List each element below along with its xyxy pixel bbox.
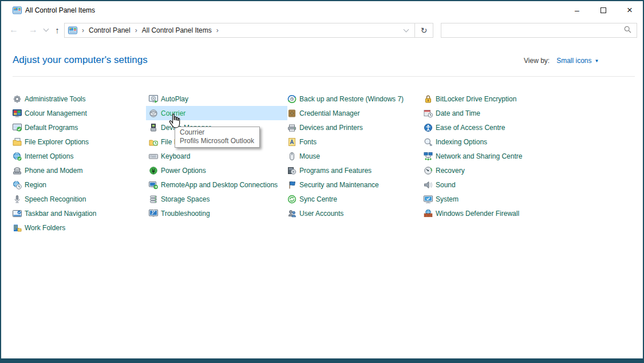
phone-and-modem-icon xyxy=(13,166,22,175)
control-panel-item[interactable]: Date and Time xyxy=(421,106,613,120)
items-column: Back up and Restore (Windows 7)Credentia… xyxy=(287,92,424,220)
control-panel-item-label: BitLocker Drive Encryption xyxy=(436,95,516,103)
tooltip-title: Courrier xyxy=(180,128,254,137)
address-dropdown-button[interactable] xyxy=(397,23,414,37)
control-panel-item[interactable]: User Accounts xyxy=(285,206,424,220)
control-panel-item-label: Sync Centre xyxy=(299,195,337,203)
control-panel-item[interactable]: Speech Recognition xyxy=(10,192,149,206)
control-panel-item-label: Phone and Modem xyxy=(25,167,82,175)
control-panel-item-label: Date and Time xyxy=(436,109,480,117)
breadcrumb-separator-icon: › xyxy=(135,26,137,34)
file-history-icon xyxy=(149,137,158,147)
address-bar[interactable]: › Control Panel › All Control Panel Item… xyxy=(64,23,433,38)
windows-defender-firewall-icon xyxy=(424,209,433,218)
control-panel-item-label: Windows Defender Firewall xyxy=(436,210,519,218)
control-panel-item[interactable]: File Explorer Options xyxy=(10,135,149,149)
control-panel-item[interactable]: Windows Defender Firewall xyxy=(421,206,613,220)
control-panel-item[interactable]: Sound xyxy=(421,177,613,192)
control-panel-item[interactable]: Back up and Restore (Windows 7) xyxy=(285,92,424,106)
control-panel-item[interactable]: AutoPlay xyxy=(146,92,287,106)
back-button[interactable]: ← xyxy=(6,19,22,40)
bitlocker-drive-encryption-icon xyxy=(424,94,433,104)
control-panel-items-grid: Administrative ToolsColour ManagementDef… xyxy=(13,92,613,235)
control-panel-item[interactable]: Storage Spaces xyxy=(146,192,287,206)
system-icon xyxy=(424,195,433,204)
control-panel-item[interactable]: Courrier xyxy=(146,106,287,120)
breadcrumb-separator-icon: › xyxy=(216,26,219,34)
refresh-button[interactable]: ↻ xyxy=(414,23,433,37)
control-panel-item[interactable]: System xyxy=(421,192,613,206)
control-panel-item[interactable]: Recovery xyxy=(421,163,613,177)
control-panel-icon xyxy=(13,6,22,15)
control-panel-item[interactable]: Phone and Modem xyxy=(10,163,149,177)
control-panel-item[interactable]: Sync Centre xyxy=(285,192,424,206)
taskbar-and-navigation-icon xyxy=(13,209,22,218)
control-panel-item-label: User Accounts xyxy=(299,210,343,218)
control-panel-item[interactable]: Programs and Features xyxy=(285,163,424,177)
minimize-button[interactable]: – xyxy=(564,1,590,19)
work-folders-icon xyxy=(13,223,22,232)
control-panel-item[interactable]: Mouse xyxy=(285,149,424,163)
maximize-button[interactable] xyxy=(590,1,617,19)
control-panel-item[interactable]: Work Folders xyxy=(10,220,149,235)
control-panel-item[interactable]: Region xyxy=(10,177,149,192)
breadcrumb-all-control-panel-items[interactable]: All Control Panel Items xyxy=(142,26,212,34)
control-panel-item-label: AutoPlay xyxy=(161,95,188,103)
control-panel-item-label: Colour Management xyxy=(25,109,87,117)
control-panel-item[interactable]: BitLocker Drive Encryption xyxy=(421,92,613,106)
control-panel-item[interactable]: Default Programs xyxy=(10,120,149,135)
troubleshooting-icon xyxy=(149,209,158,218)
control-panel-item[interactable]: Devices and Printers xyxy=(285,120,424,135)
control-panel-item[interactable]: Keyboard xyxy=(146,149,287,163)
chevron-down-icon xyxy=(43,26,49,31)
ease-of-access-centre-icon xyxy=(424,123,433,132)
colour-management-icon xyxy=(13,109,22,118)
heading-divider xyxy=(13,76,635,77)
control-panel-item[interactable]: Credential Manager xyxy=(285,106,424,120)
control-panel-item-label: Fonts xyxy=(299,138,317,146)
recent-locations-button[interactable] xyxy=(41,19,50,40)
control-panel-item[interactable]: Troubleshooting xyxy=(146,206,287,220)
control-panel-item[interactable]: Indexing Options xyxy=(421,135,613,149)
view-by-value[interactable]: Small icons xyxy=(556,57,591,65)
close-button[interactable]: × xyxy=(617,1,643,19)
maximize-icon xyxy=(600,7,606,13)
date-and-time-icon xyxy=(424,109,433,118)
fonts-icon xyxy=(287,137,297,147)
control-panel-item[interactable]: Power Options xyxy=(146,163,287,177)
breadcrumb-control-panel[interactable]: Control Panel xyxy=(89,26,131,34)
control-panel-item[interactable]: Security and Maintenance xyxy=(285,177,424,192)
control-panel-item[interactable]: Administrative Tools xyxy=(10,92,149,106)
autoplay-icon xyxy=(149,94,158,104)
control-panel-item[interactable]: Internet Options xyxy=(10,149,149,163)
control-panel-item-label: Mouse xyxy=(299,152,320,160)
dropdown-arrow-icon[interactable]: ▼ xyxy=(595,58,599,64)
network-and-sharing-centre-icon xyxy=(424,152,433,161)
control-panel-item-label: Keyboard xyxy=(161,152,190,160)
region-icon xyxy=(13,180,22,190)
control-panel-item[interactable]: Fonts xyxy=(285,135,424,149)
control-panel-item-label: System xyxy=(436,195,459,203)
control-panel-item-label: Programs and Features xyxy=(299,167,372,175)
search-box xyxy=(441,23,637,38)
up-button[interactable]: ↑ xyxy=(50,19,64,40)
control-panel-item[interactable]: Colour Management xyxy=(10,106,149,120)
control-panel-item[interactable]: Taskbar and Navigation xyxy=(10,206,149,220)
control-panel-item[interactable]: Ease of Access Centre xyxy=(421,120,613,135)
view-by-label: View by: xyxy=(524,57,550,65)
remoteapp-and-desktop-connections-icon xyxy=(149,180,158,190)
speech-recognition-icon xyxy=(13,195,22,204)
security-and-maintenance-icon xyxy=(287,180,297,190)
search-input[interactable] xyxy=(441,24,624,37)
items-column: BitLocker Drive EncryptionDate and TimeE… xyxy=(424,92,613,220)
control-panel-icon xyxy=(68,26,77,35)
control-panel-item-label: Storage Spaces xyxy=(161,195,210,203)
forward-button[interactable]: → xyxy=(25,19,41,40)
device-manager-icon xyxy=(149,123,158,132)
sync-centre-icon xyxy=(287,195,297,204)
control-panel-item-label: Recovery xyxy=(436,167,465,175)
control-panel-item[interactable]: RemoteApp and Desktop Connections xyxy=(146,177,287,192)
items-column: AutoPlayCourrierDevice ManagerFile Histo… xyxy=(149,92,287,220)
control-panel-item[interactable]: Network and Sharing Centre xyxy=(421,149,613,163)
control-panel-item-label: Region xyxy=(25,181,46,189)
